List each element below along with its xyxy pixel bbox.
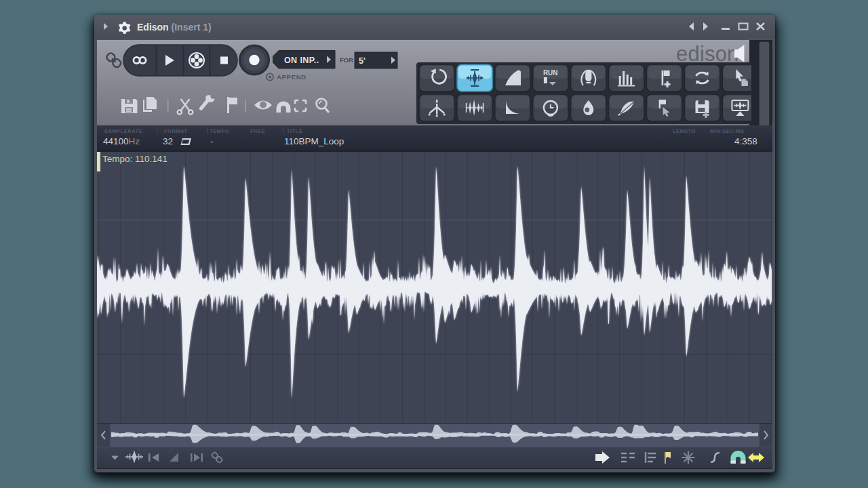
svg-text:RUN: RUN — [543, 69, 558, 77]
svg-text:Tempo: 110.141: Tempo: 110.141 — [102, 154, 167, 164]
